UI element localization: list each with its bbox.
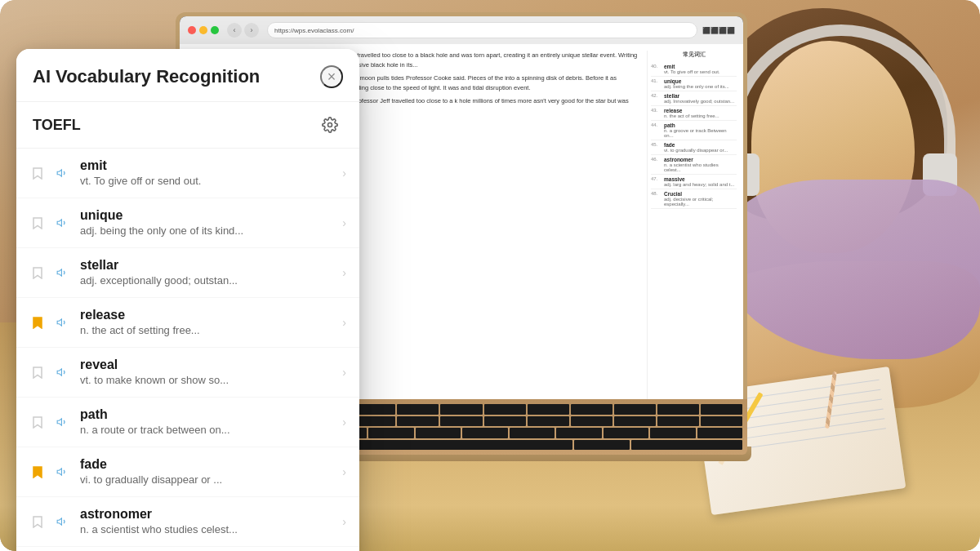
right-panel-word-item[interactable]: 43. release n. the act of setting free..… [651, 106, 737, 121]
sound-icon[interactable] [52, 367, 72, 378]
sound-icon[interactable] [52, 267, 72, 278]
chevron-right-icon: › [342, 366, 346, 379]
bookmark-icon[interactable] [29, 167, 46, 180]
word-definition: vt. To give off or send out. [80, 175, 201, 187]
right-panel-word-item[interactable]: 42. stellar adj. Innovatively good; outs… [651, 91, 737, 106]
svg-marker-7 [57, 469, 61, 475]
word-item[interactable]: stellar adj. exceptionally good; outstan… [16, 248, 359, 298]
right-word-name: emit [664, 64, 720, 69]
bookmark-icon[interactable] [29, 266, 46, 279]
bookmark-icon[interactable] [29, 415, 46, 429]
chevron-right-icon: › [342, 465, 346, 478]
right-panel-word-item[interactable]: 47. massive adj. larg and heavy; solid a… [651, 175, 737, 189]
word-content: emit vt. To give off or send out. [80, 158, 336, 188]
right-panel-word-item[interactable]: 45. fade vi. to gradually disappear or..… [651, 140, 737, 155]
right-panel-word-item[interactable]: 41. unique adj. being the only one of it… [651, 77, 737, 91]
right-word-content: astronomer n. a scientist who studies ce… [664, 157, 737, 172]
settings-button[interactable] [317, 112, 343, 138]
bookmark-icon[interactable] [29, 316, 46, 329]
sound-icon[interactable] [52, 466, 72, 478]
right-word-def: adj. Innovatively good; outstan... [664, 99, 734, 104]
word-number: 43. [651, 108, 662, 113]
word-content: fade vi. to gradually disappear or ... [80, 457, 336, 487]
svg-marker-6 [57, 419, 61, 425]
right-panel-word-item[interactable]: 40. emit vt. To give off or send out. [651, 62, 737, 77]
vocab-panel: AI Vocabulary Recognition × TOEFL [16, 49, 359, 551]
word-item[interactable]: reveal vt. to make known or show so... › [16, 348, 359, 398]
bookmark-icon[interactable] [29, 515, 46, 528]
browser-url[interactable]: https://wps.evolaclass.com/ [267, 22, 697, 38]
word-item[interactable]: unique adj. being the only one of its ki… [16, 198, 359, 248]
close-button[interactable]: × [320, 65, 343, 88]
word-item[interactable]: fade vi. to gradually disappear or ... › [16, 447, 359, 497]
right-panel-word-item[interactable]: 44. path n. a groove or track Between on… [651, 121, 737, 140]
word-item[interactable]: release n. the act of setting free... › [16, 298, 359, 348]
right-word-def: adj. being the only one of its... [664, 84, 729, 89]
panel-header: AI Vocabulary Recognition × [16, 49, 359, 102]
bookmark-icon[interactable] [29, 465, 46, 478]
right-word-content: fade vi. to gradually disappear or... [664, 142, 728, 153]
svg-point-0 [328, 123, 332, 127]
right-word-name: unique [664, 78, 729, 84]
word-definition: n. a route or track between on... [80, 424, 230, 436]
word-definition: adj. being the only one of its kind... [80, 224, 243, 237]
chevron-right-icon: › [342, 216, 346, 229]
word-name: astronomer [80, 507, 336, 522]
panel-title: AI Vocabulary Recognition [33, 66, 260, 87]
right-word-name: release [664, 108, 719, 113]
right-word-name: massive [664, 176, 734, 182]
word-item[interactable]: path n. a route or track between on... › [16, 398, 359, 447]
right-word-def: n. the act of setting free... [664, 113, 719, 118]
right-word-def: n. a groove or track Between on... [664, 128, 737, 138]
right-word-name: astronomer [664, 157, 737, 162]
word-content: release n. the act of setting free... [80, 308, 336, 337]
sound-icon[interactable] [52, 516, 72, 527]
word-definition: n. the act of setting free... [80, 324, 200, 336]
chevron-right-icon: › [342, 515, 346, 528]
word-item[interactable]: emit vt. To give off or send out. › [16, 149, 359, 198]
word-number: 42. [651, 93, 662, 98]
word-name: reveal [80, 358, 336, 372]
word-content: reveal vt. to make known or show so... [80, 358, 336, 387]
word-content: astronomer n. a scientist who studies ce… [80, 507, 336, 536]
word-name: path [80, 407, 336, 422]
sound-icon[interactable] [52, 217, 72, 229]
sound-icon[interactable] [52, 416, 72, 428]
right-word-def: adj. decisive or critical; especially... [664, 197, 737, 207]
right-word-content: Crucial adj. decisive or critical; espec… [664, 191, 737, 207]
right-panel-title: 常见词汇 [651, 51, 737, 59]
svg-marker-3 [57, 269, 61, 276]
right-word-name: fade [664, 142, 728, 148]
chevron-right-icon: › [342, 167, 346, 180]
word-number: 45. [651, 142, 662, 147]
bookmark-icon[interactable] [29, 216, 46, 229]
right-word-name: Crucial [664, 191, 737, 197]
right-word-content: path n. a groove or track Between on... [664, 122, 737, 138]
word-name: fade [80, 457, 336, 472]
right-panel-word-item[interactable]: 48. Crucial adj. decisive or critical; e… [651, 189, 737, 209]
sound-icon[interactable] [52, 317, 72, 328]
panel-subheader: TOEFL [16, 102, 359, 149]
sound-icon[interactable] [52, 167, 72, 179]
word-definition: n. a scientist who studies celest... [80, 523, 238, 535]
bookmark-icon[interactable] [29, 366, 46, 379]
right-word-name: stellar [664, 93, 734, 99]
word-name: unique [80, 208, 336, 223]
word-number: 41. [651, 78, 662, 83]
word-definition: adj. exceptionally good; outstan... [80, 274, 238, 287]
word-item[interactable]: massive adj. large and heavy; solid and … [16, 547, 359, 551]
svg-marker-4 [57, 319, 61, 326]
word-item[interactable]: astronomer n. a scientist who studies ce… [16, 497, 359, 547]
word-content: unique adj. being the only one of its ki… [80, 208, 336, 238]
svg-marker-5 [57, 369, 61, 375]
word-name: release [80, 308, 336, 322]
right-word-def: adj. larg and heavy; solid and t... [664, 182, 734, 187]
word-number: 46. [651, 157, 662, 162]
word-content: stellar adj. exceptionally good; outstan… [80, 258, 336, 287]
word-list: emit vt. To give off or send out. › uniq… [16, 149, 359, 551]
word-name: stellar [80, 258, 336, 273]
word-definition: vi. to gradually disappear or ... [80, 473, 222, 486]
right-panel-word-item[interactable]: 46. astronomer n. a scientist who studie… [651, 155, 737, 175]
word-content: path n. a route or track between on... [80, 407, 336, 437]
chevron-right-icon: › [342, 415, 346, 429]
